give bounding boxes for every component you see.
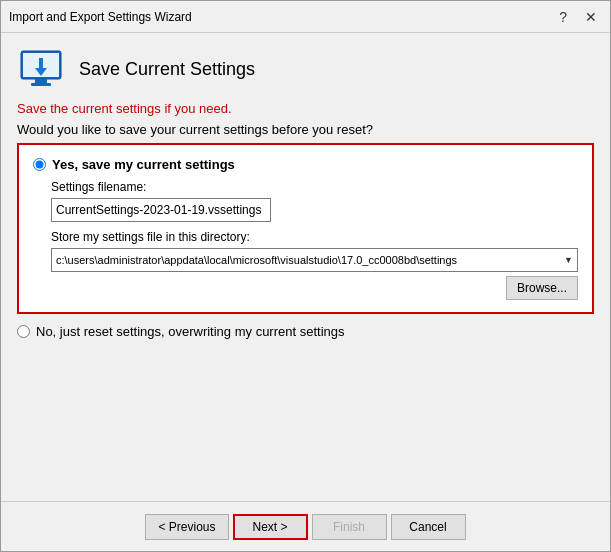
header-section: Save Current Settings xyxy=(1,33,610,101)
directory-row: c:\users\administrator\appdata\local\mic… xyxy=(51,248,578,272)
yes-radio-input[interactable] xyxy=(33,158,46,171)
filename-label: Settings filename: xyxy=(51,180,578,194)
browse-row: Browse... xyxy=(51,276,578,300)
title-bar-left: Import and Export Settings Wizard xyxy=(9,10,192,24)
footer: < Previous Next > Finish Cancel xyxy=(1,501,610,551)
title-prefix: Import and Export Settings Wizard xyxy=(9,10,192,24)
next-button[interactable]: Next > xyxy=(233,514,308,540)
directory-display[interactable]: c:\users\administrator\appdata\local\mic… xyxy=(51,248,578,272)
help-button[interactable]: ? xyxy=(554,7,572,27)
title-bar-controls: ? ✕ xyxy=(554,7,602,27)
finish-button[interactable]: Finish xyxy=(312,514,387,540)
no-radio-label[interactable]: No, just reset settings, overwriting my … xyxy=(17,324,594,339)
filename-group: Settings filename: xyxy=(33,180,578,222)
header-title: Save Current Settings xyxy=(79,59,255,80)
directory-group: Store my settings file in this directory… xyxy=(33,230,578,300)
close-button[interactable]: ✕ xyxy=(580,7,602,27)
dropdown-arrow-icon: ▼ xyxy=(560,255,573,265)
question-text: Would you like to save your current sett… xyxy=(1,122,610,143)
content-area: Yes, save my current settings Settings f… xyxy=(1,143,610,501)
wizard-window: Import and Export Settings Wizard ? ✕ Sa… xyxy=(0,0,611,552)
browse-button[interactable]: Browse... xyxy=(506,276,578,300)
no-radio-input[interactable] xyxy=(17,325,30,338)
svg-rect-2 xyxy=(35,79,47,83)
filename-input[interactable] xyxy=(51,198,271,222)
subtitle-text: Save the current settings if you need. xyxy=(1,101,610,122)
yes-radio-label[interactable]: Yes, save my current settings xyxy=(33,157,578,172)
title-bar-text: Import and Export Settings Wizard xyxy=(9,10,192,24)
no-radio-text: No, just reset settings, overwriting my … xyxy=(36,324,345,339)
title-bar: Import and Export Settings Wizard ? ✕ xyxy=(1,1,610,33)
yes-option-box: Yes, save my current settings Settings f… xyxy=(17,143,594,314)
svg-rect-4 xyxy=(39,58,43,68)
directory-label: Store my settings file in this directory… xyxy=(51,230,578,244)
yes-radio-text: Yes, save my current settings xyxy=(52,157,235,172)
cancel-button[interactable]: Cancel xyxy=(391,514,466,540)
directory-value-text: c:\users\administrator\appdata\local\mic… xyxy=(56,254,560,266)
previous-button[interactable]: < Previous xyxy=(145,514,228,540)
svg-rect-3 xyxy=(31,83,51,86)
wizard-icon xyxy=(17,45,65,93)
